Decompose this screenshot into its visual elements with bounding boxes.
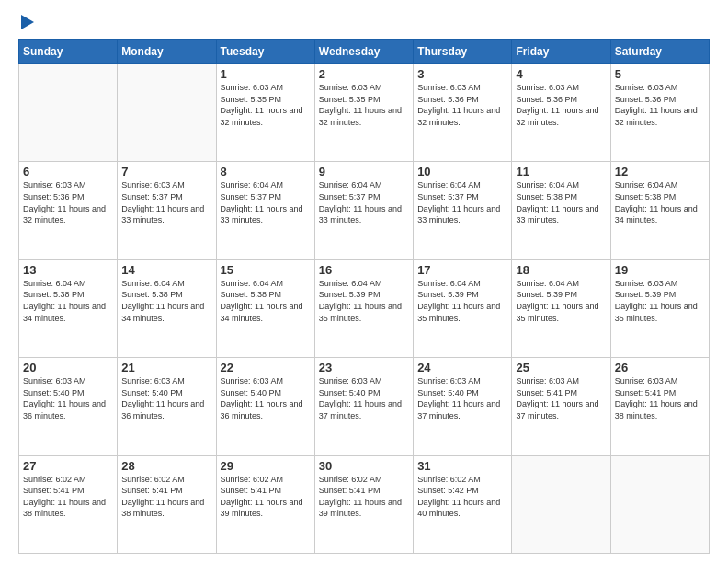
day-number: 25 — [516, 361, 606, 374]
day-info: Sunrise: 6:02 AM Sunset: 5:41 PM Dayligh… — [23, 474, 113, 520]
day-info: Sunrise: 6:03 AM Sunset: 5:41 PM Dayligh… — [615, 375, 705, 421]
day-info: Sunrise: 6:04 AM Sunset: 5:39 PM Dayligh… — [516, 278, 606, 324]
calendar-cell: 21Sunrise: 6:03 AM Sunset: 5:40 PM Dayli… — [118, 358, 216, 455]
day-number: 1 — [221, 67, 311, 81]
calendar-header-tuesday: Tuesday — [216, 40, 314, 64]
day-info: Sunrise: 6:04 AM Sunset: 5:38 PM Dayligh… — [121, 278, 211, 324]
calendar-week-4: 20Sunrise: 6:03 AM Sunset: 5:40 PM Dayli… — [19, 358, 710, 455]
day-info: Sunrise: 6:03 AM Sunset: 5:35 PM Dayligh… — [319, 82, 409, 128]
calendar-cell: 2Sunrise: 6:03 AM Sunset: 5:35 PM Daylig… — [314, 64, 413, 162]
calendar-cell: 29Sunrise: 6:02 AM Sunset: 5:41 PM Dayli… — [216, 455, 314, 553]
day-info: Sunrise: 6:04 AM Sunset: 5:38 PM Dayligh… — [516, 179, 606, 225]
calendar-cell: 6Sunrise: 6:03 AM Sunset: 5:36 PM Daylig… — [19, 162, 118, 259]
calendar-cell: 20Sunrise: 6:03 AM Sunset: 5:40 PM Dayli… — [19, 358, 118, 455]
calendar-cell — [512, 455, 610, 553]
day-info: Sunrise: 6:03 AM Sunset: 5:35 PM Dayligh… — [221, 82, 311, 128]
day-info: Sunrise: 6:03 AM Sunset: 5:39 PM Dayligh… — [615, 278, 705, 324]
day-number: 26 — [615, 361, 705, 374]
calendar-cell: 11Sunrise: 6:04 AM Sunset: 5:38 PM Dayli… — [512, 162, 610, 259]
day-info: Sunrise: 6:03 AM Sunset: 5:40 PM Dayligh… — [417, 375, 507, 421]
day-info: Sunrise: 6:03 AM Sunset: 5:40 PM Dayligh… — [23, 375, 113, 421]
calendar-header-friday: Friday — [512, 40, 610, 64]
calendar-cell: 10Sunrise: 6:04 AM Sunset: 5:37 PM Dayli… — [414, 162, 512, 259]
calendar-cell: 8Sunrise: 6:04 AM Sunset: 5:37 PM Daylig… — [216, 162, 314, 259]
logo — [18, 17, 34, 29]
calendar-cell: 5Sunrise: 6:03 AM Sunset: 5:36 PM Daylig… — [610, 64, 709, 162]
calendar-cell: 4Sunrise: 6:03 AM Sunset: 5:36 PM Daylig… — [512, 64, 610, 162]
calendar-cell: 13Sunrise: 6:04 AM Sunset: 5:38 PM Dayli… — [19, 259, 118, 357]
day-number: 19 — [615, 263, 705, 277]
calendar-cell: 18Sunrise: 6:04 AM Sunset: 5:39 PM Dayli… — [512, 259, 610, 357]
day-number: 29 — [221, 459, 311, 473]
page: SundayMondayTuesdayWednesdayThursdayFrid… — [0, 0, 728, 563]
day-number: 20 — [23, 361, 113, 374]
day-number: 30 — [319, 459, 409, 473]
calendar-cell — [19, 64, 118, 162]
calendar-header-wednesday: Wednesday — [314, 40, 413, 64]
calendar-header-thursday: Thursday — [414, 40, 512, 64]
day-number: 12 — [615, 165, 705, 178]
calendar-cell: 19Sunrise: 6:03 AM Sunset: 5:39 PM Dayli… — [610, 259, 709, 357]
day-number: 9 — [319, 165, 409, 178]
calendar-cell: 7Sunrise: 6:03 AM Sunset: 5:37 PM Daylig… — [118, 162, 216, 259]
day-info: Sunrise: 6:03 AM Sunset: 5:37 PM Dayligh… — [121, 179, 211, 225]
calendar-header-sunday: Sunday — [19, 40, 118, 64]
calendar-cell: 25Sunrise: 6:03 AM Sunset: 5:41 PM Dayli… — [512, 358, 610, 455]
calendar-cell: 27Sunrise: 6:02 AM Sunset: 5:41 PM Dayli… — [19, 455, 118, 553]
calendar-cell: 12Sunrise: 6:04 AM Sunset: 5:38 PM Dayli… — [610, 162, 709, 259]
calendar-week-2: 6Sunrise: 6:03 AM Sunset: 5:36 PM Daylig… — [19, 162, 710, 259]
calendar-week-5: 27Sunrise: 6:02 AM Sunset: 5:41 PM Dayli… — [19, 455, 710, 553]
day-number: 11 — [516, 165, 606, 178]
day-number: 8 — [221, 165, 311, 178]
day-info: Sunrise: 6:03 AM Sunset: 5:40 PM Dayligh… — [121, 375, 211, 421]
day-info: Sunrise: 6:04 AM Sunset: 5:38 PM Dayligh… — [615, 179, 705, 225]
calendar-cell: 15Sunrise: 6:04 AM Sunset: 5:38 PM Dayli… — [216, 259, 314, 357]
calendar-cell: 26Sunrise: 6:03 AM Sunset: 5:41 PM Dayli… — [610, 358, 709, 455]
calendar-cell: 28Sunrise: 6:02 AM Sunset: 5:41 PM Dayli… — [118, 455, 216, 553]
day-info: Sunrise: 6:02 AM Sunset: 5:41 PM Dayligh… — [221, 474, 311, 520]
calendar-cell: 31Sunrise: 6:02 AM Sunset: 5:42 PM Dayli… — [414, 455, 512, 553]
day-number: 21 — [121, 361, 211, 374]
logo-arrow-icon — [21, 15, 34, 29]
day-number: 31 — [417, 459, 507, 473]
day-number: 18 — [516, 263, 606, 277]
day-info: Sunrise: 6:04 AM Sunset: 5:37 PM Dayligh… — [417, 179, 507, 225]
day-info: Sunrise: 6:03 AM Sunset: 5:36 PM Dayligh… — [516, 82, 606, 128]
day-number: 7 — [121, 165, 211, 178]
day-number: 24 — [417, 361, 507, 374]
calendar-week-1: 1Sunrise: 6:03 AM Sunset: 5:35 PM Daylig… — [19, 64, 710, 162]
day-number: 10 — [417, 165, 507, 178]
day-number: 4 — [516, 67, 606, 81]
day-number: 28 — [121, 459, 211, 473]
calendar-cell: 14Sunrise: 6:04 AM Sunset: 5:38 PM Dayli… — [118, 259, 216, 357]
day-number: 23 — [319, 361, 409, 374]
calendar-cell — [118, 64, 216, 162]
day-info: Sunrise: 6:03 AM Sunset: 5:36 PM Dayligh… — [615, 82, 705, 128]
calendar-cell: 24Sunrise: 6:03 AM Sunset: 5:40 PM Dayli… — [414, 358, 512, 455]
day-info: Sunrise: 6:02 AM Sunset: 5:41 PM Dayligh… — [121, 474, 211, 520]
calendar-cell: 23Sunrise: 6:03 AM Sunset: 5:40 PM Dayli… — [314, 358, 413, 455]
day-info: Sunrise: 6:03 AM Sunset: 5:41 PM Dayligh… — [516, 375, 606, 421]
day-info: Sunrise: 6:04 AM Sunset: 5:38 PM Dayligh… — [221, 278, 311, 324]
day-info: Sunrise: 6:02 AM Sunset: 5:42 PM Dayligh… — [417, 474, 507, 520]
day-number: 27 — [23, 459, 113, 473]
day-number: 6 — [23, 165, 113, 178]
calendar-cell: 1Sunrise: 6:03 AM Sunset: 5:35 PM Daylig… — [216, 64, 314, 162]
day-number: 14 — [121, 263, 211, 277]
day-number: 2 — [319, 67, 409, 81]
day-number: 13 — [23, 263, 113, 277]
day-number: 22 — [221, 361, 311, 374]
calendar-cell: 3Sunrise: 6:03 AM Sunset: 5:36 PM Daylig… — [414, 64, 512, 162]
calendar-cell: 9Sunrise: 6:04 AM Sunset: 5:37 PM Daylig… — [314, 162, 413, 259]
day-info: Sunrise: 6:02 AM Sunset: 5:41 PM Dayligh… — [319, 474, 409, 520]
day-number: 15 — [221, 263, 311, 277]
day-info: Sunrise: 6:03 AM Sunset: 5:40 PM Dayligh… — [221, 375, 311, 421]
day-number: 16 — [319, 263, 409, 277]
day-info: Sunrise: 6:03 AM Sunset: 5:36 PM Dayligh… — [417, 82, 507, 128]
calendar-cell: 16Sunrise: 6:04 AM Sunset: 5:39 PM Dayli… — [314, 259, 413, 357]
calendar-cell: 22Sunrise: 6:03 AM Sunset: 5:40 PM Dayli… — [216, 358, 314, 455]
day-info: Sunrise: 6:04 AM Sunset: 5:37 PM Dayligh… — [319, 179, 409, 225]
day-info: Sunrise: 6:04 AM Sunset: 5:38 PM Dayligh… — [23, 278, 113, 324]
day-info: Sunrise: 6:03 AM Sunset: 5:36 PM Dayligh… — [23, 179, 113, 225]
calendar-cell: 30Sunrise: 6:02 AM Sunset: 5:41 PM Dayli… — [314, 455, 413, 553]
